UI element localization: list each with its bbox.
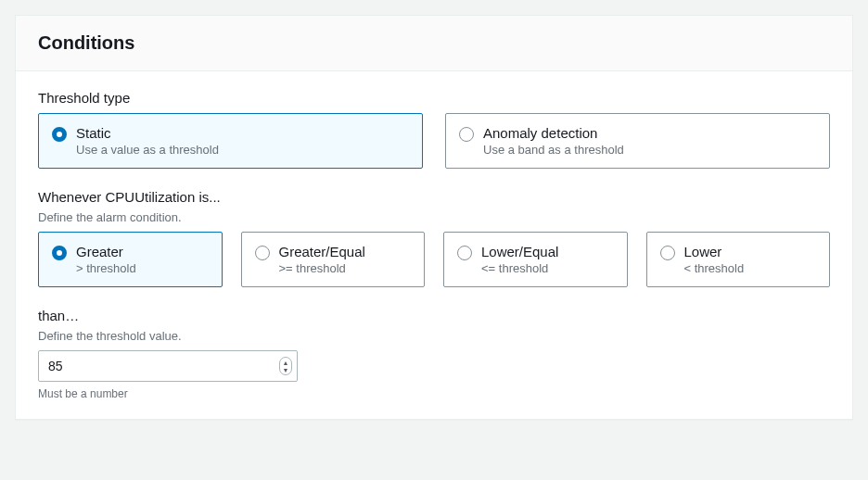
tile-sub: > threshold <box>76 261 136 275</box>
tile-title: Greater <box>76 244 136 259</box>
tile-sub: < threshold <box>684 261 745 275</box>
threshold-type-label: Threshold type <box>38 90 830 106</box>
tile-title: Lower <box>684 244 745 259</box>
stepper-up-icon[interactable]: ▲ <box>280 359 291 366</box>
tile-sub: Use a value as a threshold <box>76 143 219 157</box>
tile-sub: Use a band as a threshold <box>483 143 624 157</box>
radio-icon <box>459 127 474 142</box>
tile-content: Static Use a value as a threshold <box>76 125 219 157</box>
condition-section: Whenever CPUUtilization is... Define the… <box>38 189 830 287</box>
threshold-input-wrapper: ▲ ▼ <box>38 350 298 382</box>
radio-icon <box>255 246 270 260</box>
tile-title: Lower/Equal <box>481 244 558 259</box>
threshold-type-anomaly[interactable]: Anomaly detection Use a band as a thresh… <box>445 113 830 169</box>
tile-title: Greater/Equal <box>279 244 365 259</box>
quantity-stepper: ▲ ▼ <box>279 357 292 375</box>
threshold-type-section: Threshold type Static Use a value as a t… <box>38 90 830 169</box>
tile-content: Anomaly detection Use a band as a thresh… <box>483 125 624 157</box>
radio-icon <box>457 246 472 260</box>
threshold-value-section: than… Define the threshold value. ▲ ▼ Mu… <box>38 308 830 400</box>
radio-icon <box>52 246 67 260</box>
condition-options: Greater > threshold Greater/Equal >= thr… <box>38 232 830 287</box>
condition-label: Whenever CPUUtilization is... <box>38 189 830 205</box>
threshold-type-static[interactable]: Static Use a value as a threshold <box>38 113 423 169</box>
radio-icon <box>660 246 675 260</box>
tile-content: Lower < threshold <box>684 244 745 275</box>
conditions-panel: Conditions Threshold type Static Use a v… <box>15 15 853 420</box>
threshold-value-label: than… <box>38 308 830 323</box>
threshold-value-desc: Define the threshold value. <box>38 329 830 343</box>
stepper-down-icon[interactable]: ▼ <box>280 366 291 373</box>
tile-title: Static <box>76 125 219 141</box>
threshold-input[interactable] <box>38 350 298 382</box>
panel-body: Threshold type Static Use a value as a t… <box>16 71 852 419</box>
tile-sub: <= threshold <box>481 261 558 275</box>
tile-content: Greater > threshold <box>76 244 136 275</box>
tile-title: Anomaly detection <box>483 125 624 141</box>
tile-sub: >= threshold <box>279 261 365 275</box>
condition-lower-equal[interactable]: Lower/Equal <= threshold <box>443 232 628 287</box>
panel-title: Conditions <box>38 32 830 54</box>
threshold-hint: Must be a number <box>38 387 830 400</box>
tile-content: Greater/Equal >= threshold <box>279 244 365 275</box>
condition-greater[interactable]: Greater > threshold <box>38 232 223 287</box>
tile-content: Lower/Equal <= threshold <box>481 244 558 275</box>
threshold-type-options: Static Use a value as a threshold Anomal… <box>38 113 830 169</box>
radio-icon <box>52 127 67 142</box>
condition-desc: Define the alarm condition. <box>38 210 830 224</box>
panel-header: Conditions <box>16 16 852 71</box>
condition-greater-equal[interactable]: Greater/Equal >= threshold <box>241 232 426 287</box>
condition-lower[interactable]: Lower < threshold <box>646 232 831 287</box>
